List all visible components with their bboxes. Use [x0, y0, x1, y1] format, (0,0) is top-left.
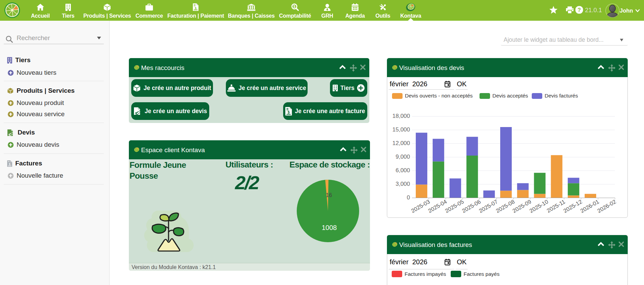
svg-text:2025-09: 2025-09 — [511, 198, 532, 214]
svg-text:12,000: 12,000 — [392, 140, 410, 146]
svg-text:2025-05: 2025-05 — [444, 198, 465, 214]
svg-text:18,000: 18,000 — [392, 113, 410, 119]
svg-text:2025-11: 2025-11 — [546, 198, 566, 214]
svg-text:?: ? — [578, 7, 581, 13]
svg-text:$: $ — [293, 4, 295, 8]
svg-text:$: $ — [9, 163, 11, 166]
svg-text:6,000: 6,000 — [395, 167, 410, 174]
svg-text:2026-02: 2026-02 — [596, 198, 617, 214]
svg-text:$: $ — [288, 110, 290, 114]
svg-text:2026-01: 2026-01 — [579, 198, 600, 214]
svg-text:2025-06: 2025-06 — [461, 198, 482, 214]
svg-text:2025-03: 2025-03 — [410, 198, 431, 214]
svg-text:15,000: 15,000 — [392, 126, 410, 133]
svg-text:9,000: 9,000 — [395, 154, 410, 160]
svg-text:2025-07: 2025-07 — [478, 198, 499, 214]
svg-text:0: 0 — [407, 194, 410, 201]
svg-text:3,000: 3,000 — [395, 181, 410, 187]
svg-text:16: 16 — [326, 192, 332, 198]
svg-text:2025-12: 2025-12 — [562, 198, 583, 214]
svg-text:2025-04: 2025-04 — [427, 198, 448, 214]
svg-text:2025-10: 2025-10 — [528, 198, 549, 214]
svg-text:$: $ — [195, 6, 196, 10]
svg-text:2025-08: 2025-08 — [495, 198, 515, 214]
svg-text:1008: 1008 — [322, 224, 337, 231]
